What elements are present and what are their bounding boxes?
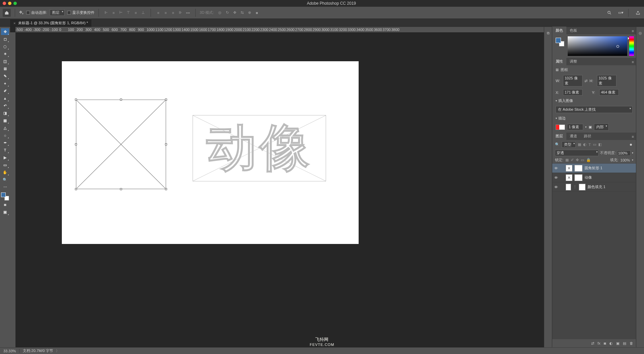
dist-bottom-button[interactable]: ≡ [170, 9, 176, 16]
text-frame-object[interactable]: 动像 [193, 115, 326, 181]
zoom-tool[interactable]: 🔍 [1, 176, 9, 183]
dodge-tool[interactable]: ☼ [1, 132, 9, 139]
blend-mode-dropdown[interactable]: 穿透 [555, 150, 599, 156]
quick-mask-toggle[interactable]: ◙ [1, 201, 9, 208]
transform-handle[interactable] [120, 99, 122, 101]
dist-hspacing-button[interactable]: ⊪ [177, 9, 184, 16]
rectangle-tool[interactable]: ▭ [1, 162, 9, 168]
align-left-button[interactable]: ⊩ [103, 9, 110, 16]
pen-tool[interactable]: ✒ [1, 139, 9, 146]
filter-adjustment-button[interactable]: ◐ [583, 142, 587, 147]
selected-frame-object[interactable] [76, 100, 166, 189]
search-button[interactable] [606, 9, 613, 16]
more-align-button[interactable]: ••• [185, 9, 191, 16]
clone-stamp-tool[interactable]: ▲ [1, 95, 9, 102]
filter-type-button[interactable]: T [589, 143, 591, 147]
align-hcenter-button[interactable]: ≡ [110, 9, 117, 16]
opacity-input[interactable]: 100% [617, 150, 631, 156]
lock-all-button[interactable]: 🔒 [586, 158, 591, 162]
horizontal-ruler[interactable]: -500-400-300-200-10001002003004005006007… [15, 27, 544, 32]
link-layers-button[interactable]: ⇄ [591, 341, 594, 346]
rectangular-marquee-tool[interactable]: ◻ [1, 36, 9, 42]
transform-handle[interactable] [165, 99, 167, 101]
close-tab-button[interactable]: × [13, 21, 15, 25]
canvas[interactable]: 动像 [15, 32, 544, 347]
foreground-color-swatch[interactable] [556, 38, 561, 43]
stroke-width-input[interactable]: 1 像素 [567, 124, 583, 130]
delete-layer-button[interactable]: 🗑 [630, 341, 633, 345]
home-button[interactable] [3, 9, 11, 17]
visibility-toggle[interactable]: 👁 [554, 176, 559, 180]
filter-shape-button[interactable]: ▭ [593, 142, 596, 147]
tab-properties[interactable]: 属性 [552, 58, 566, 65]
width-input[interactable]: 1025 像素 [563, 75, 582, 86]
filter-smart-button[interactable]: ◧ [598, 142, 602, 147]
insert-image-source-dropdown[interactable]: 在 Adobe Stock 上查找 [556, 106, 633, 113]
history-brush-tool[interactable]: ↶ [1, 102, 9, 109]
new-group-button[interactable]: ▣ [616, 341, 619, 346]
brush-tool[interactable]: ✐ [1, 87, 9, 94]
align-bottom-button[interactable]: ⊥ [140, 9, 147, 16]
layer-row[interactable]: 👁 ⋮ 颜色填充 1 [552, 182, 636, 192]
transform-handle[interactable] [75, 99, 77, 101]
transform-handle[interactable] [165, 188, 167, 190]
filter-toggle-indicator[interactable] [630, 144, 632, 146]
zoom-level[interactable]: 33.33% [3, 349, 16, 353]
move-tool[interactable]: ✥ [1, 28, 9, 35]
eraser-tool[interactable]: ◨ [1, 110, 9, 116]
insert-image-section[interactable]: ▾插入图像 [556, 98, 633, 103]
3d-pan-button[interactable]: ✥ [231, 9, 238, 16]
layer-thumbnail[interactable] [574, 165, 582, 172]
vertical-ruler[interactable] [10, 32, 15, 347]
tab-swatches[interactable]: 色板 [566, 27, 580, 34]
lock-transparent-button[interactable]: ▦ [565, 158, 569, 162]
fill-input[interactable]: 100% [620, 158, 630, 162]
frame-thumbnail[interactable] [566, 174, 572, 181]
layer-name[interactable]: 颜色填充 1 [588, 184, 605, 189]
color-swatches[interactable] [1, 192, 9, 201]
3d-zoom-button[interactable]: ⊕ [246, 9, 253, 16]
tab-adjustments[interactable]: 调整 [566, 58, 580, 65]
color-panel-swatches[interactable] [556, 38, 564, 46]
layer-row[interactable]: 👁 圆角矩形 1 [552, 164, 636, 173]
show-transform-option[interactable]: 显示变换控件 [67, 10, 94, 15]
type-tool[interactable]: T [1, 147, 9, 153]
doc-info-menu[interactable]: 〉 [56, 348, 59, 353]
maximize-window-button[interactable] [13, 2, 17, 5]
transform-handle[interactable] [120, 188, 122, 190]
tab-color[interactable]: 颜色 [552, 27, 566, 34]
filter-kind-dropdown[interactable]: 类型 [562, 141, 576, 148]
hue-slider-thumb[interactable] [628, 37, 629, 40]
workspace-switcher-button[interactable]: ▭▾ [617, 9, 624, 16]
lock-artboard-button[interactable]: ▭ [581, 158, 584, 162]
panel-menu-button[interactable]: ≡ [630, 28, 636, 34]
layer-style-button[interactable]: fx [598, 341, 601, 345]
layer-name[interactable]: 动像 [585, 175, 592, 180]
3d-slide-button[interactable]: ⇆ [239, 9, 245, 16]
layer-name[interactable]: 圆角矩形 1 [585, 166, 602, 171]
panel-menu-button[interactable]: ≡ [630, 59, 636, 65]
height-input[interactable]: 1025 像素 [597, 75, 616, 86]
history-panel-button[interactable]: ⧉ [545, 30, 552, 36]
lock-image-button[interactable]: ✐ [571, 158, 574, 162]
filter-pixel-button[interactable]: ▦ [578, 142, 581, 147]
3d-orbit-button[interactable]: ◎ [216, 9, 223, 16]
layer-mask-thumbnail[interactable] [579, 184, 586, 190]
libraries-button[interactable]: ◎ [637, 30, 644, 36]
align-top-button[interactable]: ⊤ [125, 9, 132, 16]
3d-camera-button[interactable]: ■ [253, 9, 260, 16]
lasso-tool[interactable]: ◌ [1, 43, 9, 50]
close-window-button[interactable] [3, 2, 6, 5]
tab-paths[interactable]: 路径 [580, 132, 595, 140]
transform-handle[interactable] [165, 143, 167, 145]
new-layer-button[interactable]: ▤ [623, 341, 626, 346]
align-right-button[interactable]: ⊢ [118, 9, 124, 16]
y-input[interactable]: 464 像素 [599, 89, 619, 96]
frame-thumbnail[interactable] [566, 165, 572, 172]
minimize-window-button[interactable] [8, 2, 11, 5]
tab-channels[interactable]: 通道 [566, 132, 580, 140]
layer-thumbnail[interactable] [566, 184, 571, 190]
dist-vcenter-button[interactable]: ≡ [162, 9, 169, 16]
gradient-tool[interactable]: ▦ [1, 117, 9, 124]
share-button[interactable] [635, 9, 641, 16]
